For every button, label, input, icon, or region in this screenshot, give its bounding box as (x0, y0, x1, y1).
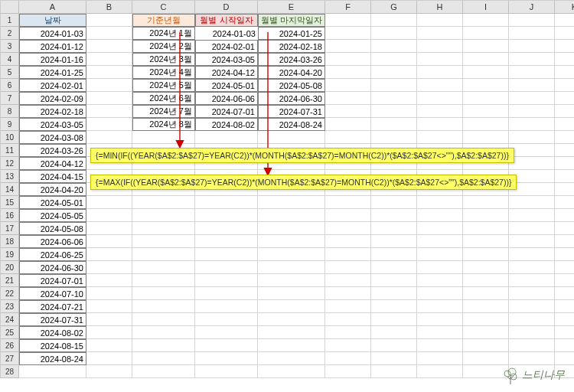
cell-C7[interactable]: 2024년 6월 (132, 92, 195, 105)
cell-I22[interactable] (463, 287, 509, 300)
cell-J15[interactable] (509, 196, 555, 209)
cell-I18[interactable] (463, 235, 509, 248)
row-head-28[interactable]: 28 (1, 365, 19, 378)
cell-F1[interactable] (325, 14, 371, 27)
row-head-5[interactable]: 5 (1, 66, 19, 79)
cell-E17[interactable] (258, 222, 325, 235)
cell-K6[interactable] (555, 79, 574, 92)
cell-K27[interactable] (555, 352, 574, 365)
row-head-3[interactable]: 3 (1, 40, 19, 53)
cell-A21[interactable]: 2024-07-01 (19, 274, 86, 287)
cell-G4[interactable] (371, 53, 417, 66)
cell-J21[interactable] (509, 274, 555, 287)
cell-D15[interactable] (195, 196, 258, 209)
col-head-D[interactable]: D (195, 1, 258, 14)
cell-A2[interactable]: 2024-01-03 (19, 27, 86, 40)
cell-J4[interactable] (509, 53, 555, 66)
cell-D3[interactable]: 2024-02-01 (195, 40, 258, 53)
cell-G9[interactable] (371, 118, 417, 131)
cell-H18[interactable] (417, 235, 463, 248)
cell-C28[interactable] (132, 365, 195, 378)
cell-J25[interactable] (509, 326, 555, 339)
cell-I4[interactable] (463, 53, 509, 66)
cell-K22[interactable] (555, 287, 574, 300)
cell-K9[interactable] (555, 118, 574, 131)
col-head-G[interactable]: G (371, 1, 417, 14)
cell-C18[interactable] (132, 235, 195, 248)
cell-A6[interactable]: 2024-02-01 (19, 79, 86, 92)
cell-K26[interactable] (555, 339, 574, 352)
cell-K3[interactable] (555, 40, 574, 53)
cell-K25[interactable] (555, 326, 574, 339)
row-head-16[interactable]: 16 (1, 209, 19, 222)
cell-D26[interactable] (195, 339, 258, 352)
cell-C8[interactable]: 2024년 7월 (132, 105, 195, 118)
cell-H22[interactable] (417, 287, 463, 300)
cell-J7[interactable] (509, 92, 555, 105)
cell-F23[interactable] (325, 300, 371, 313)
row-head-4[interactable]: 4 (1, 53, 19, 66)
cell-H4[interactable] (417, 53, 463, 66)
cell-C22[interactable] (132, 287, 195, 300)
col-head-J[interactable]: J (509, 1, 555, 14)
cell-B8[interactable] (86, 105, 132, 118)
cell-J9[interactable] (509, 118, 555, 131)
cell-J22[interactable] (509, 287, 555, 300)
cell-D24[interactable] (195, 313, 258, 326)
cell-A14[interactable]: 2024-04-20 (19, 183, 86, 196)
cell-B26[interactable] (86, 339, 132, 352)
cell-F25[interactable] (325, 326, 371, 339)
cell-H21[interactable] (417, 274, 463, 287)
cell-H17[interactable] (417, 222, 463, 235)
cell-H23[interactable] (417, 300, 463, 313)
cell-H25[interactable] (417, 326, 463, 339)
row-head-24[interactable]: 24 (1, 313, 19, 326)
cell-G16[interactable] (371, 209, 417, 222)
row-head-25[interactable]: 25 (1, 326, 19, 339)
row-head-10[interactable]: 10 (1, 131, 19, 144)
cell-B5[interactable] (86, 66, 132, 79)
cell-D17[interactable] (195, 222, 258, 235)
cell-J1[interactable] (509, 14, 555, 27)
cell-D22[interactable] (195, 287, 258, 300)
cell-D16[interactable] (195, 209, 258, 222)
cell-H7[interactable] (417, 92, 463, 105)
cell-A13[interactable]: 2024-04-15 (19, 170, 86, 183)
row-head-21[interactable]: 21 (1, 274, 19, 287)
cell-I8[interactable] (463, 105, 509, 118)
cell-J8[interactable] (509, 105, 555, 118)
col-head-C[interactable]: C (132, 1, 195, 14)
cell-H20[interactable] (417, 261, 463, 274)
cell-A19[interactable]: 2024-06-25 (19, 248, 86, 261)
cell-K10[interactable] (555, 131, 574, 144)
col-head-I[interactable]: I (463, 1, 509, 14)
cell-B3[interactable] (86, 40, 132, 53)
row-head-26[interactable]: 26 (1, 339, 19, 352)
col-head-E[interactable]: E (258, 1, 325, 14)
cell-D9[interactable]: 2024-08-02 (195, 118, 258, 131)
cell-I16[interactable] (463, 209, 509, 222)
cell-I19[interactable] (463, 248, 509, 261)
cell-E5[interactable]: 2024-04-20 (258, 66, 325, 79)
cell-E4[interactable]: 2024-03-26 (258, 53, 325, 66)
cell-H24[interactable] (417, 313, 463, 326)
cell-E16[interactable] (258, 209, 325, 222)
cell-B4[interactable] (86, 53, 132, 66)
cell-K18[interactable] (555, 235, 574, 248)
row-head-1[interactable]: 1 (1, 14, 19, 27)
cell-E3[interactable]: 2024-02-18 (258, 40, 325, 53)
cell-E15[interactable] (258, 196, 325, 209)
cell-E27[interactable] (258, 352, 325, 365)
cell-C17[interactable] (132, 222, 195, 235)
cell-K1[interactable] (555, 14, 574, 27)
cell-E20[interactable] (258, 261, 325, 274)
cell-I6[interactable] (463, 79, 509, 92)
cell-D20[interactable] (195, 261, 258, 274)
cell-I1[interactable] (463, 14, 509, 27)
cell-H19[interactable] (417, 248, 463, 261)
cell-H27[interactable] (417, 352, 463, 365)
cell-I15[interactable] (463, 196, 509, 209)
cell-I9[interactable] (463, 118, 509, 131)
cell-E21[interactable] (258, 274, 325, 287)
cell-E1[interactable]: 월별 마지막일자 (258, 14, 325, 27)
